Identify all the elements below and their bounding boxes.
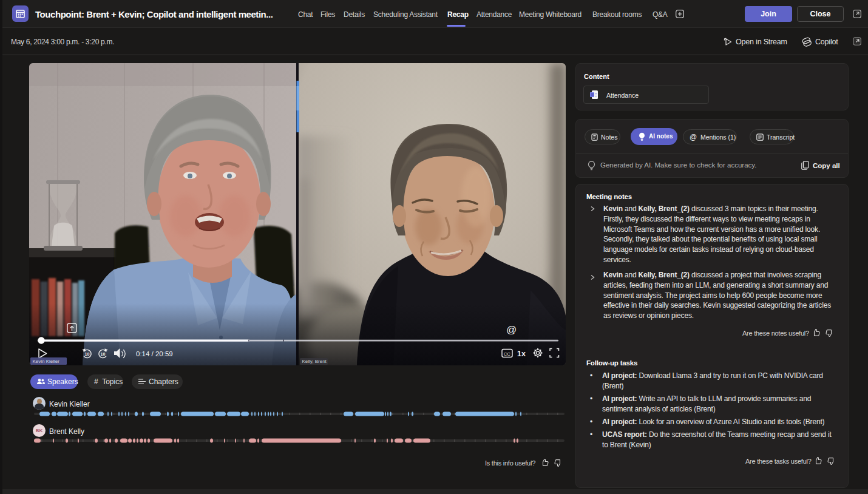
svg-text:10: 10 <box>85 352 90 356</box>
svg-text:10: 10 <box>101 352 106 356</box>
svg-text:@: @ <box>506 324 517 336</box>
svg-text:1x: 1x <box>517 350 526 358</box>
svg-text:CC: CC <box>504 351 510 357</box>
svg-text:0:14 / 20:59: 0:14 / 20:59 <box>136 350 173 357</box>
svg-text:Kevin Kieller: Kevin Kieller <box>33 359 60 364</box>
svg-text:Kelly, Brent: Kelly, Brent <box>302 359 327 364</box>
